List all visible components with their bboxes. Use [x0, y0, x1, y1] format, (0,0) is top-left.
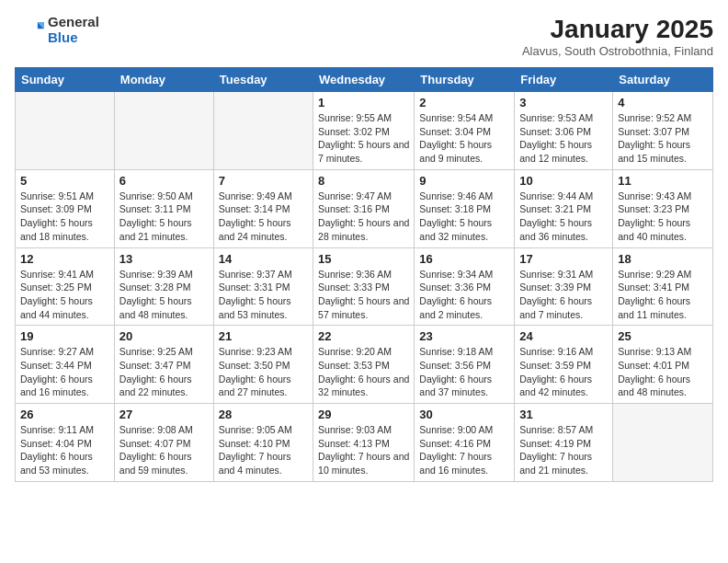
day-header-saturday: Saturday [613, 68, 713, 92]
calendar-cell: 4Sunrise: 9:52 AM Sunset: 3:07 PM Daylig… [613, 92, 713, 170]
day-info: Sunrise: 9:44 AM Sunset: 3:21 PM Dayligh… [519, 190, 608, 244]
calendar-cell: 17Sunrise: 9:31 AM Sunset: 3:39 PM Dayli… [515, 247, 613, 326]
calendar-cell: 7Sunrise: 9:49 AM Sunset: 3:14 PM Daylig… [213, 169, 313, 247]
day-info: Sunrise: 9:23 AM Sunset: 3:50 PM Dayligh… [219, 345, 308, 399]
day-number: 15 [318, 252, 409, 266]
day-number: 21 [219, 329, 308, 343]
page-header: General Blue January 2025 Alavus, South … [15, 15, 713, 58]
calendar-cell: 14Sunrise: 9:37 AM Sunset: 3:31 PM Dayli… [213, 247, 313, 326]
calendar-cell: 19Sunrise: 9:27 AM Sunset: 3:44 PM Dayli… [16, 326, 115, 404]
day-number: 3 [519, 96, 608, 109]
logo-text: General Blue [48, 15, 99, 45]
calendar-cell: 3Sunrise: 9:53 AM Sunset: 3:06 PM Daylig… [515, 92, 613, 170]
calendar-cell: 26Sunrise: 9:11 AM Sunset: 4:04 PM Dayli… [16, 404, 115, 482]
day-number: 4 [618, 96, 708, 109]
calendar-cell: 15Sunrise: 9:36 AM Sunset: 3:33 PM Dayli… [313, 247, 415, 326]
day-info: Sunrise: 9:46 AM Sunset: 3:18 PM Dayligh… [419, 190, 509, 244]
calendar-cell: 8Sunrise: 9:47 AM Sunset: 3:16 PM Daylig… [313, 169, 415, 247]
day-info: Sunrise: 9:05 AM Sunset: 4:10 PM Dayligh… [219, 423, 308, 477]
day-info: Sunrise: 9:39 AM Sunset: 3:28 PM Dayligh… [119, 268, 209, 322]
day-info: Sunrise: 9:00 AM Sunset: 4:16 PM Dayligh… [419, 423, 509, 477]
day-number: 6 [119, 174, 209, 188]
day-header-sunday: Sunday [16, 68, 115, 92]
calendar-cell: 24Sunrise: 9:16 AM Sunset: 3:59 PM Dayli… [515, 326, 613, 404]
day-info: Sunrise: 9:20 AM Sunset: 3:53 PM Dayligh… [318, 345, 409, 399]
day-number: 14 [219, 252, 308, 266]
calendar-cell: 11Sunrise: 9:43 AM Sunset: 3:23 PM Dayli… [613, 169, 713, 247]
day-number: 11 [618, 174, 708, 188]
day-number: 12 [20, 252, 109, 266]
day-number: 25 [618, 329, 708, 343]
day-header-monday: Monday [114, 68, 213, 92]
calendar-cell: 5Sunrise: 9:51 AM Sunset: 3:09 PM Daylig… [16, 169, 115, 247]
day-number: 29 [318, 408, 409, 421]
calendar-cell: 28Sunrise: 9:05 AM Sunset: 4:10 PM Dayli… [213, 404, 313, 482]
day-info: Sunrise: 9:51 AM Sunset: 3:09 PM Dayligh… [20, 190, 109, 244]
week-row-4: 19Sunrise: 9:27 AM Sunset: 3:44 PM Dayli… [16, 326, 713, 404]
day-number: 9 [419, 174, 509, 188]
day-header-wednesday: Wednesday [313, 68, 415, 92]
day-number: 10 [519, 174, 608, 188]
day-info: Sunrise: 9:29 AM Sunset: 3:41 PM Dayligh… [618, 268, 708, 322]
day-info: Sunrise: 8:57 AM Sunset: 4:19 PM Dayligh… [519, 423, 608, 477]
day-info: Sunrise: 9:08 AM Sunset: 4:07 PM Dayligh… [119, 423, 209, 477]
day-number: 24 [519, 329, 608, 343]
day-info: Sunrise: 9:41 AM Sunset: 3:25 PM Dayligh… [20, 268, 109, 322]
day-number: 18 [618, 252, 708, 266]
day-info: Sunrise: 9:27 AM Sunset: 3:44 PM Dayligh… [20, 345, 109, 399]
day-number: 20 [119, 329, 209, 343]
day-info: Sunrise: 9:37 AM Sunset: 3:31 PM Dayligh… [219, 268, 308, 322]
day-info: Sunrise: 9:36 AM Sunset: 3:33 PM Dayligh… [318, 268, 409, 322]
calendar-cell: 22Sunrise: 9:20 AM Sunset: 3:53 PM Dayli… [313, 326, 415, 404]
week-row-3: 12Sunrise: 9:41 AM Sunset: 3:25 PM Dayli… [16, 247, 713, 326]
day-number: 13 [119, 252, 209, 266]
calendar-cell: 23Sunrise: 9:18 AM Sunset: 3:56 PM Dayli… [415, 326, 515, 404]
week-row-1: 1Sunrise: 9:55 AM Sunset: 3:02 PM Daylig… [16, 92, 713, 170]
calendar-cell: 1Sunrise: 9:55 AM Sunset: 3:02 PM Daylig… [313, 92, 415, 170]
day-number: 16 [419, 252, 509, 266]
day-info: Sunrise: 9:25 AM Sunset: 3:47 PM Dayligh… [119, 345, 209, 399]
day-info: Sunrise: 9:11 AM Sunset: 4:04 PM Dayligh… [20, 423, 109, 477]
day-number: 1 [318, 96, 409, 109]
calendar-table: SundayMondayTuesdayWednesdayThursdayFrid… [15, 67, 713, 482]
calendar-cell: 27Sunrise: 9:08 AM Sunset: 4:07 PM Dayli… [114, 404, 213, 482]
calendar-cell: 6Sunrise: 9:50 AM Sunset: 3:11 PM Daylig… [114, 169, 213, 247]
calendar-cell [16, 92, 115, 170]
day-number: 5 [20, 174, 109, 188]
day-info: Sunrise: 9:31 AM Sunset: 3:39 PM Dayligh… [519, 268, 608, 322]
logo-blue: Blue [48, 30, 99, 46]
calendar-cell: 30Sunrise: 9:00 AM Sunset: 4:16 PM Dayli… [415, 404, 515, 482]
day-number: 30 [419, 408, 509, 421]
calendar-cell: 18Sunrise: 9:29 AM Sunset: 3:41 PM Dayli… [613, 247, 713, 326]
day-header-friday: Friday [515, 68, 613, 92]
day-info: Sunrise: 9:47 AM Sunset: 3:16 PM Dayligh… [318, 190, 409, 244]
svg-rect-0 [15, 16, 44, 45]
calendar-title: January 2025 [522, 15, 713, 44]
week-row-5: 26Sunrise: 9:11 AM Sunset: 4:04 PM Dayli… [16, 404, 713, 482]
day-number: 17 [519, 252, 608, 266]
day-number: 7 [219, 174, 308, 188]
day-number: 28 [219, 408, 308, 421]
day-header-tuesday: Tuesday [213, 68, 313, 92]
week-row-2: 5Sunrise: 9:51 AM Sunset: 3:09 PM Daylig… [16, 169, 713, 247]
day-number: 27 [119, 408, 209, 421]
day-number: 8 [318, 174, 409, 188]
day-info: Sunrise: 9:34 AM Sunset: 3:36 PM Dayligh… [419, 268, 509, 322]
day-number: 23 [419, 329, 509, 343]
day-info: Sunrise: 9:13 AM Sunset: 4:01 PM Dayligh… [618, 345, 708, 399]
day-info: Sunrise: 9:50 AM Sunset: 3:11 PM Dayligh… [119, 190, 209, 244]
calendar-cell: 2Sunrise: 9:54 AM Sunset: 3:04 PM Daylig… [415, 92, 515, 170]
calendar-cell: 31Sunrise: 8:57 AM Sunset: 4:19 PM Dayli… [515, 404, 613, 482]
calendar-cell: 12Sunrise: 9:41 AM Sunset: 3:25 PM Dayli… [16, 247, 115, 326]
day-number: 31 [519, 408, 608, 421]
day-info: Sunrise: 9:03 AM Sunset: 4:13 PM Dayligh… [318, 423, 409, 477]
day-header-thursday: Thursday [415, 68, 515, 92]
logo: General Blue [15, 15, 99, 45]
calendar-subtitle: Alavus, South Ostrobothnia, Finland [522, 44, 713, 58]
day-number: 22 [318, 329, 409, 343]
day-info: Sunrise: 9:43 AM Sunset: 3:23 PM Dayligh… [618, 190, 708, 244]
day-number: 2 [419, 96, 509, 109]
day-info: Sunrise: 9:49 AM Sunset: 3:14 PM Dayligh… [219, 190, 308, 244]
calendar-cell: 20Sunrise: 9:25 AM Sunset: 3:47 PM Dayli… [114, 326, 213, 404]
day-info: Sunrise: 9:55 AM Sunset: 3:02 PM Dayligh… [318, 111, 409, 166]
